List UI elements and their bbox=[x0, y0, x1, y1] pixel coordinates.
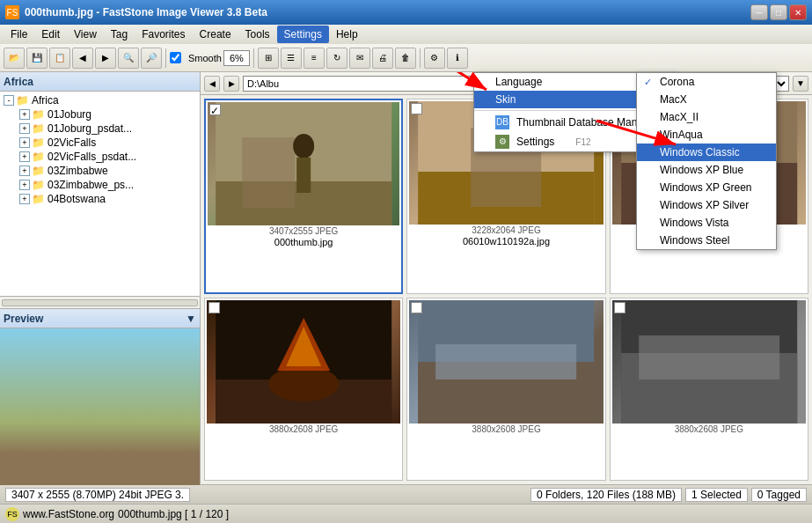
skin-label: Skin bbox=[495, 93, 516, 106]
tree-item-zim[interactable]: + 📁 03Zimbabwe bbox=[2, 164, 198, 178]
menu-favorites[interactable]: Favorites bbox=[135, 26, 192, 43]
expand-icon[interactable]: + bbox=[19, 109, 30, 120]
menu-file[interactable]: File bbox=[4, 26, 34, 43]
skin-winsteel[interactable]: Windows Steel bbox=[637, 232, 776, 249]
toolbar-detail-btn[interactable]: ≡ bbox=[304, 48, 325, 69]
toolbar-prev-btn[interactable]: ◀ bbox=[72, 48, 93, 69]
skin-winxpblue[interactable]: Windows XP Blue bbox=[637, 161, 776, 179]
folder-icon: 📁 bbox=[32, 151, 45, 163]
tree-item-vicfalls-psd[interactable]: + 📁 02VicFalls_psdat... bbox=[2, 150, 198, 164]
thumb-item-1[interactable]: ✓ 3407x2555 JPEG 000thumb.jpg bbox=[204, 99, 403, 294]
window-controls: ─ □ ✕ bbox=[750, 4, 807, 20]
expand-icon[interactable]: + bbox=[19, 180, 30, 190]
toolbar-zoom-out-btn[interactable]: 🔎 bbox=[141, 48, 162, 69]
skin-winvista[interactable]: Windows Vista bbox=[637, 214, 776, 232]
thumb-checkbox-1[interactable]: ✓ bbox=[209, 104, 221, 115]
winclassic-label: Windows Classic bbox=[660, 146, 740, 158]
expand-icon[interactable]: + bbox=[19, 166, 30, 176]
toolbar-rotate-btn[interactable]: ↻ bbox=[326, 48, 347, 69]
tree-scrollbar[interactable] bbox=[0, 296, 200, 308]
tree-item-joburg[interactable]: + 📁 01Joburg bbox=[2, 107, 198, 122]
thumb-svg-1 bbox=[208, 102, 399, 225]
skin-winclassic[interactable]: Windows Classic bbox=[637, 144, 776, 161]
folder-icon: 📁 bbox=[16, 94, 29, 107]
preview-dropdown-btn[interactable]: ▼ bbox=[186, 313, 196, 325]
app-icon: FS bbox=[5, 5, 19, 19]
settings-icon: ⚙ bbox=[495, 135, 509, 149]
settings-label: Settings bbox=[516, 136, 554, 148]
size-input[interactable]: 6% bbox=[223, 50, 250, 66]
tree-header-label: Africa bbox=[4, 76, 33, 88]
skin-macx2[interactable]: MacX_II bbox=[637, 108, 776, 126]
skin-macx[interactable]: MacX bbox=[637, 91, 776, 108]
menu-settings[interactable]: Settings bbox=[277, 26, 329, 43]
minimize-button[interactable]: ─ bbox=[750, 4, 768, 20]
skin-winxpgreen[interactable]: Windows XP Green bbox=[637, 179, 776, 196]
thumb-checkbox-2[interactable] bbox=[411, 103, 422, 114]
thumb-name-1: 000thumb.jpg bbox=[274, 237, 333, 247]
maximize-button[interactable]: □ bbox=[770, 4, 787, 20]
thumb-info-4: 3880x2608 JPEG bbox=[269, 424, 338, 435]
toolbar-options-btn[interactable]: ⚙ bbox=[424, 48, 445, 69]
toolbar-copy-btn[interactable]: 📋 bbox=[49, 48, 70, 69]
expand-icon[interactable]: + bbox=[19, 123, 30, 134]
thumb-info-2: 3228x2064 JPEG bbox=[472, 225, 540, 236]
thumb-item-6[interactable]: 3880x2608 JPEG bbox=[610, 298, 808, 481]
menu-tag[interactable]: Tag bbox=[104, 26, 135, 43]
nav-back-btn[interactable]: ◀ bbox=[204, 76, 220, 92]
thumb-svg-4 bbox=[207, 300, 400, 424]
sort-order-btn[interactable]: ▼ bbox=[793, 76, 808, 92]
status-bar: 3407 x 2555 (8.70MP) 24bit JPEG 3. 0 Fol… bbox=[0, 484, 812, 504]
toolbar-print-btn[interactable]: 🖨 bbox=[372, 48, 393, 69]
expand-icon[interactable]: - bbox=[4, 95, 14, 106]
tree-item-vicfalls[interactable]: + 📁 02VicFalls bbox=[2, 136, 198, 150]
menu-tools[interactable]: Tools bbox=[238, 26, 277, 43]
toolbar-zoom-in-btn[interactable]: 🔍 bbox=[118, 48, 139, 69]
menu-create[interactable]: Create bbox=[193, 26, 238, 43]
close-button[interactable]: ✕ bbox=[789, 4, 807, 20]
nav-forward-btn[interactable]: ▶ bbox=[223, 76, 239, 92]
toolbar-save-btn[interactable]: 💾 bbox=[26, 48, 48, 69]
thumb-item-5[interactable]: 3880x2608 JPEG bbox=[406, 298, 605, 481]
skin-winaqua[interactable]: WinAqua bbox=[637, 126, 776, 144]
thumb-img-5 bbox=[409, 300, 603, 424]
thumb-checkbox-6[interactable] bbox=[614, 302, 625, 313]
toolbar-info-btn[interactable]: ℹ bbox=[447, 48, 468, 69]
status-selected: 1 Selected bbox=[685, 488, 748, 502]
thumb-checkbox-4[interactable] bbox=[208, 302, 220, 313]
winaqua-label: WinAqua bbox=[660, 129, 703, 141]
svg-rect-21 bbox=[639, 335, 779, 379]
thumb-checkbox-5[interactable] bbox=[411, 302, 422, 313]
toolbar-list-btn[interactable]: ☰ bbox=[281, 48, 302, 69]
tree-item-africa[interactable]: - 📁 Africa bbox=[2, 93, 198, 107]
menu-view[interactable]: View bbox=[67, 26, 104, 43]
toolbar-open-btn[interactable]: 📂 bbox=[4, 48, 25, 69]
menu-edit[interactable]: Edit bbox=[34, 26, 67, 43]
smooth-checkbox[interactable] bbox=[170, 52, 181, 63]
tree-area[interactable]: - 📁 Africa + 📁 01Joburg + 📁 01Joburg_psd… bbox=[0, 92, 200, 296]
expand-icon[interactable]: + bbox=[19, 151, 30, 162]
expand-icon[interactable]: + bbox=[19, 137, 30, 148]
status-folders: 0 Folders, 120 Files (188 MB) bbox=[530, 488, 682, 502]
thumbdb-icon: DB bbox=[495, 115, 509, 129]
faststone-icon: FS bbox=[5, 507, 19, 521]
menu-help[interactable]: Help bbox=[329, 26, 365, 43]
thumb-item-4[interactable]: 3880x2608 JPEG bbox=[204, 298, 403, 481]
toolbar-delete-btn[interactable]: 🗑 bbox=[395, 48, 416, 69]
tree-item-botswana[interactable]: + 📁 04Botswana bbox=[2, 192, 198, 206]
website-label: www.FastStone.org bbox=[23, 508, 114, 520]
toolbar-grid-btn[interactable]: ⊞ bbox=[258, 48, 279, 69]
tree-item-zim-psd[interactable]: + 📁 03Zimbabwe_ps... bbox=[2, 178, 198, 192]
toolbar-next-btn[interactable]: ▶ bbox=[95, 48, 116, 69]
expand-icon[interactable]: + bbox=[19, 194, 30, 204]
thumb-info-6: 3880x2608 JPEG bbox=[675, 424, 743, 435]
corona-label: Corona bbox=[660, 76, 694, 88]
toolbar-email-btn[interactable]: ✉ bbox=[349, 48, 370, 69]
tree-item-joburg-psd[interactable]: + 📁 01Joburg_psdat... bbox=[2, 122, 198, 136]
skin-winxpsilver[interactable]: Windows XP Silver bbox=[637, 196, 776, 214]
winxpblue-label: Windows XP Blue bbox=[660, 164, 743, 176]
skin-corona[interactable]: ✓ Corona bbox=[637, 73, 776, 91]
folder-icon: 📁 bbox=[32, 122, 45, 135]
folder-icon: 📁 bbox=[32, 136, 45, 149]
thumb-svg-6 bbox=[612, 300, 806, 424]
